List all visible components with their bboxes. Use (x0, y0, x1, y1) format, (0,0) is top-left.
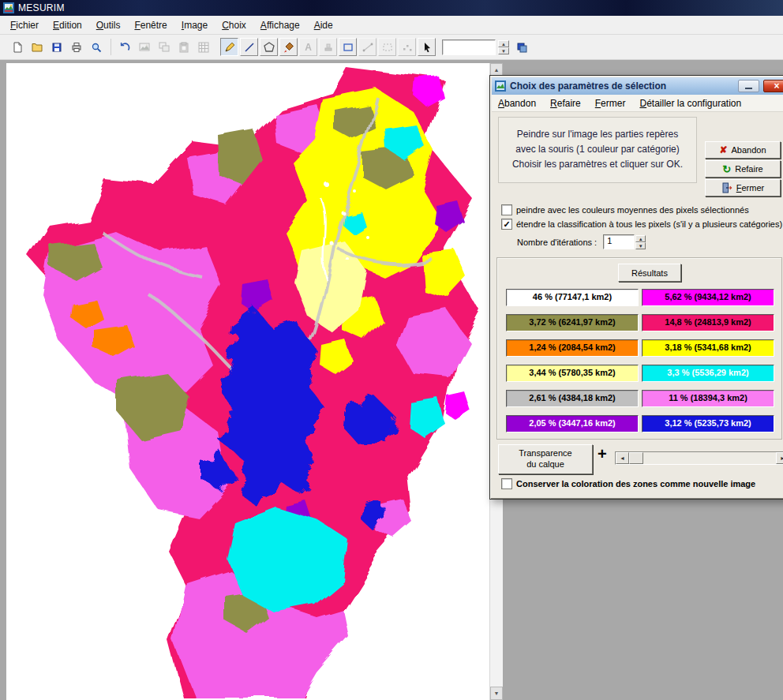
refaire-button[interactable]: ↻ Refaire (705, 160, 781, 178)
transparency-scroll-thumb[interactable] (629, 452, 643, 464)
text-tool-button[interactable]: A (299, 38, 317, 56)
checkbox-box[interactable]: ✓ (501, 219, 512, 230)
cursor-tool-button[interactable] (418, 38, 436, 56)
checkbox-box[interactable] (501, 204, 512, 215)
dialog-menu-fermer[interactable]: Fermer (595, 98, 626, 109)
menu-edition[interactable]: Edition (46, 17, 89, 33)
workspace: ▲ ▼ Choix des paramètres de sélection × … (0, 60, 783, 700)
toolbar-spinner[interactable]: ▲ ▼ (498, 40, 509, 54)
scroll-left-button[interactable]: ◄ (616, 452, 629, 464)
refaire-label: Refaire (735, 164, 762, 174)
new-button[interactable] (8, 38, 26, 56)
close-icon: × (774, 80, 779, 92)
result-cell: 2,05 % (3447,16 km2) (506, 415, 639, 432)
result-cell: 14,8 % (24813,9 km2) (642, 314, 774, 331)
brush-tool-button[interactable] (279, 38, 298, 56)
resultats-label: Résultats (631, 268, 668, 278)
spinner-down-icon[interactable]: ▼ (498, 47, 509, 54)
fermer-label: Fermer (736, 183, 764, 193)
points-tool-button[interactable] (398, 38, 416, 56)
image-paste-button[interactable] (174, 38, 193, 56)
result-cell: 3,12 % (5235,73 km2) (642, 415, 774, 432)
spinner-up-icon[interactable]: ▲ (635, 235, 646, 242)
arrow-right-icon: ► (780, 455, 783, 461)
dialog-menubar: Abandon Refaire Fermer Détailler la conf… (492, 95, 783, 112)
minimize-icon (745, 88, 752, 89)
instruction-line-2: avec la souris (1 couleur par catégorie) (499, 142, 696, 157)
iterations-row: Nombre d'itérations : 1 ▲ ▼ (517, 234, 646, 249)
iterations-spinner[interactable]: ▲ ▼ (635, 235, 646, 249)
transparency-scrollbar[interactable]: ◄ ► (615, 451, 783, 465)
minimize-button[interactable] (738, 80, 759, 92)
menu-fenetre[interactable]: Fenêtre (127, 17, 174, 33)
resultats-button[interactable]: Résultats (618, 264, 681, 282)
checkbox-extend-classification[interactable]: ✓ étendre la classification à tous les p… (501, 219, 782, 230)
spinner-up-icon[interactable]: ▲ (498, 40, 509, 47)
stamp-tool-button[interactable] (319, 38, 337, 56)
abandon-button[interactable]: ✘ Abandon (705, 141, 781, 159)
green-redo-icon: ↻ (722, 163, 731, 175)
dialog-menu-refaire[interactable]: Refaire (550, 98, 581, 109)
app-titlebar[interactable]: MESURIM (0, 0, 783, 16)
zoom-button[interactable] (87, 38, 105, 56)
image-export-button[interactable] (135, 38, 153, 56)
menu-affichage[interactable]: Affichage (253, 17, 307, 33)
undo-button[interactable] (115, 38, 133, 56)
transparence-label-1: Transparence (519, 448, 571, 459)
close-button[interactable]: × (763, 80, 783, 92)
result-cell: 2,61 % (4384,18 km2) (506, 390, 639, 407)
polygon-tool-button[interactable] (260, 38, 278, 56)
iterations-label: Nombre d'itérations : (517, 238, 597, 247)
door-exit-icon (721, 182, 732, 193)
fermer-button[interactable]: Fermer (705, 179, 781, 197)
scroll-down-button[interactable]: ▼ (490, 687, 503, 700)
menu-choix[interactable]: Choix (215, 17, 253, 33)
letter-a-icon: A (305, 42, 312, 53)
rectangle-select-button[interactable] (339, 38, 357, 56)
dashed-select-button[interactable] (378, 38, 396, 56)
measure-value-box[interactable] (442, 39, 496, 55)
image-copy-button[interactable] (155, 38, 173, 56)
result-cell: 11 % (18394,3 km2) (642, 390, 774, 407)
plus-label: + (598, 445, 607, 463)
image-canvas[interactable] (6, 63, 489, 700)
print-button[interactable] (67, 38, 85, 56)
arrow-down-icon: ▼ (494, 691, 500, 696)
result-cell: 5,62 % (9434,12 km2) (642, 289, 774, 306)
scroll-right-button[interactable]: ► (776, 452, 783, 464)
iterations-input[interactable]: 1 (603, 234, 635, 249)
spinner-down-icon[interactable]: ▼ (635, 242, 646, 249)
menu-outils[interactable]: Outils (89, 17, 128, 33)
dialog-title: Choix des paramètres de sélection (510, 80, 666, 92)
dialog-menu-detailler[interactable]: Détailler la configuration (639, 98, 741, 109)
menu-fichier[interactable]: Fichier (3, 17, 46, 33)
result-cell: 3,44 % (5780,35 km2) (506, 365, 639, 382)
open-button[interactable] (28, 38, 46, 56)
checkbox-paint-mean[interactable]: peindre avec les couleurs moyennes des p… (501, 204, 749, 215)
line-tool-button[interactable] (240, 38, 258, 56)
checkbox-conserver-label: Conserver la coloration des zones comme … (516, 479, 755, 489)
segment-tool-button[interactable] (358, 38, 377, 56)
menu-image[interactable]: Image (174, 17, 215, 33)
dialog-menu-abandon[interactable]: Abandon (498, 98, 536, 109)
layer-button[interactable] (512, 38, 530, 56)
grid-button[interactable] (194, 38, 212, 56)
instruction-panel: Peindre sur l'image les parties repères … (498, 117, 697, 183)
checkbox-extend-label: étendre la classification à tous les pix… (516, 219, 782, 229)
result-cell: 3,3 % (5536,29 km2) (642, 365, 774, 382)
result-cell: 3,18 % (5341,68 km2) (642, 339, 774, 357)
menu-aide[interactable]: Aide (307, 17, 340, 33)
instruction-line-3: Choisir les paramètres et cliquer sur OK… (499, 157, 696, 172)
pencil-tool-button[interactable] (220, 38, 238, 56)
checkbox-box[interactable] (501, 478, 512, 489)
abandon-label: Abandon (732, 145, 766, 155)
save-button[interactable] (47, 38, 66, 56)
classified-map-image (6, 66, 488, 698)
selection-parameters-dialog: Choix des paramètres de sélection × Aban… (489, 75, 783, 500)
arrow-left-icon: ◄ (620, 455, 625, 461)
app-title: MESURIM (18, 2, 65, 13)
transparence-button[interactable]: Transparence du calque (498, 444, 593, 474)
checkbox-conserver[interactable]: Conserver la coloration des zones comme … (501, 478, 755, 489)
dialog-titlebar[interactable]: Choix des paramètres de sélection × (492, 77, 783, 95)
result-cell: 3,72 % (6241,97 km2) (506, 314, 639, 331)
